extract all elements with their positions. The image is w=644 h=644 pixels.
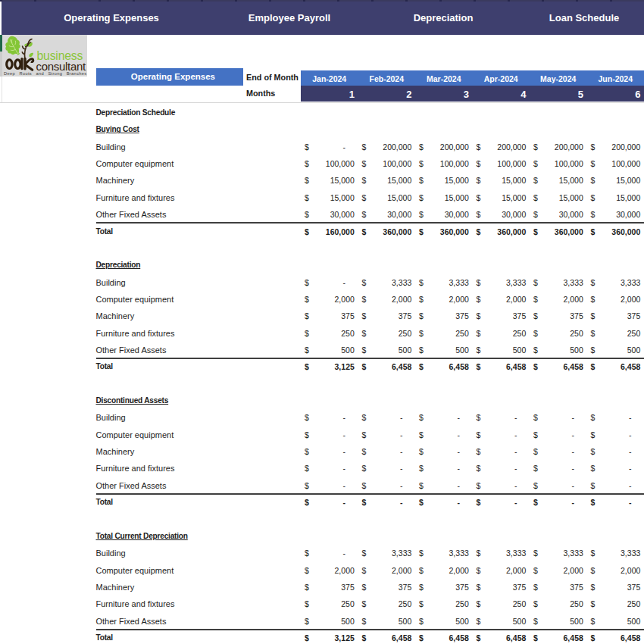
svg-text:Deep Roots and Strong Branches: Deep Roots and Strong Branches xyxy=(4,71,87,76)
